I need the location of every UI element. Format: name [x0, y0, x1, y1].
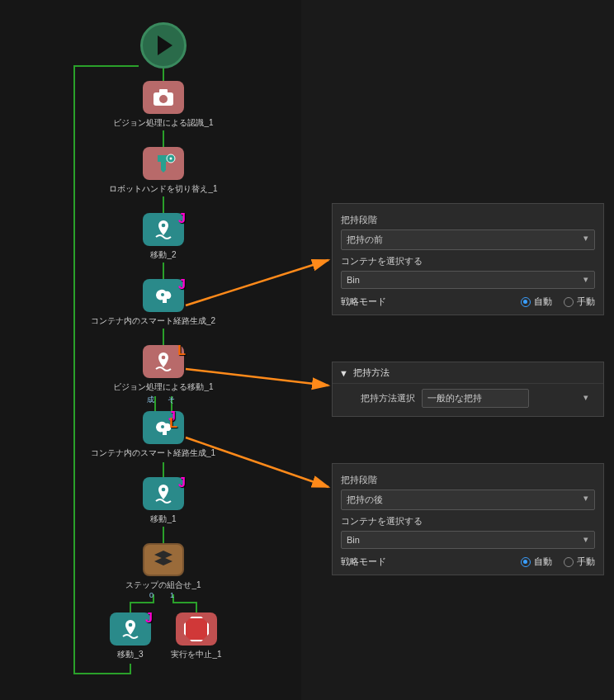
port-1-label: 1 [170, 591, 174, 599]
stage-label: 把持段階 [341, 474, 595, 486]
node-tool-switch-1[interactable] [143, 147, 184, 180]
panel-header[interactable]: ▼ 把持方法 [333, 362, 603, 384]
joint-badge-icon: J [178, 277, 186, 292]
radio-manual[interactable]: 手動 [564, 296, 595, 308]
node-step-combo-1[interactable] [143, 543, 184, 576]
linear-badge-icon: L [177, 343, 186, 358]
svg-point-16 [162, 356, 166, 360]
node-smart-path-1-label: コンテナ内のスマート経路生成_1 [91, 447, 206, 459]
port-success-label: 成 [147, 395, 154, 405]
mode-label: 戦略モード [341, 296, 509, 308]
play-icon [158, 35, 172, 55]
joint-badge-icon: J [145, 611, 153, 626]
svg-point-19 [129, 623, 133, 627]
prop-panel-before-grasp: 把持段階 把持の前 コンテナを選択する Bin 戦略モード 自動 手動 [332, 203, 604, 315]
waypoint-icon [152, 483, 175, 504]
linear-badge-icon: L [169, 416, 177, 431]
node-vision-recognition-1[interactable] [143, 81, 184, 114]
radio-auto[interactable]: 自動 [521, 296, 552, 308]
port-else-label: そ [168, 395, 175, 405]
layers-icon [151, 548, 176, 571]
prop-panel-grasp-method: ▼ 把持方法 把持方法選択 一般的な把持 [332, 362, 604, 417]
node-stop-1-label: 実行を中止_1 [139, 649, 254, 660]
waypoint-icon [152, 351, 175, 372]
node-move-2[interactable]: J [143, 213, 184, 246]
stage-select[interactable]: 把持の後 [341, 490, 595, 510]
svg-point-11 [159, 95, 168, 103]
svg-rect-10 [159, 89, 168, 93]
stage-label: 把持段階 [341, 214, 595, 226]
flow-canvas[interactable]: ビジョン処理による認識_1 ロボットハンドを切り替え_1 J 移動_2 J コン… [0, 0, 301, 700]
radio-manual[interactable]: 手動 [564, 556, 595, 568]
container-select[interactable]: Bin [341, 271, 595, 289]
node-move-3[interactable]: J [110, 612, 151, 646]
waypoint-icon [119, 618, 142, 640]
grasp-method-key: 把持方法選択 [341, 392, 415, 404]
node-stop-1[interactable] [176, 612, 217, 646]
node-move-1-label: 移動_1 [106, 513, 221, 525]
node-vision-move-1[interactable]: L [143, 345, 184, 378]
svg-point-17 [161, 425, 164, 428]
node-step-combo-1-label: ステップの組合せ_1 [106, 579, 221, 591]
node-smart-path-1[interactable]: J L [143, 411, 184, 444]
stage-select[interactable]: 把持の前 [341, 229, 595, 250]
node-tool-switch-1-label: ロボットハンドを切り替え_1 [106, 183, 221, 195]
node-vision-recognition-1-label: ビジョン処理による認識_1 [106, 117, 221, 129]
svg-point-14 [162, 224, 166, 228]
container-label: コンテナを選択する [341, 515, 595, 527]
container-select[interactable]: Bin [341, 531, 595, 549]
node-smart-path-2-label: コンテナ内のスマート経路生成_2 [91, 315, 206, 327]
container-label: コンテナを選択する [341, 255, 595, 267]
joint-badge-icon: J [178, 211, 186, 226]
node-smart-path-2[interactable]: J [143, 279, 184, 312]
svg-point-15 [161, 293, 164, 296]
gripper-gear-icon [151, 152, 176, 175]
grasp-method-select[interactable]: 一般的な把持 [422, 389, 529, 408]
panel-title: 把持方法 [353, 367, 390, 379]
node-move-1[interactable]: J [143, 477, 184, 510]
joint-badge-icon: J [178, 475, 186, 490]
mode-label: 戦略モード [341, 556, 509, 568]
waypoint-icon [152, 219, 175, 240]
node-vision-move-1-label: ビジョン処理による移動_1 [106, 381, 221, 393]
caret-down-icon: ▼ [339, 368, 348, 378]
camera-icon [152, 88, 175, 107]
port-0-label: 0 [149, 591, 154, 599]
svg-point-13 [170, 158, 172, 160]
stop-icon [184, 617, 209, 641]
start-node[interactable] [140, 22, 187, 69]
brain-path-icon [151, 284, 176, 307]
svg-point-18 [162, 488, 166, 492]
radio-auto[interactable]: 自動 [521, 556, 552, 568]
node-move-2-label: 移動_2 [106, 249, 221, 261]
prop-panel-after-grasp: 把持段階 把持の後 コンテナを選択する Bin 戦略モード 自動 手動 [332, 463, 604, 575]
